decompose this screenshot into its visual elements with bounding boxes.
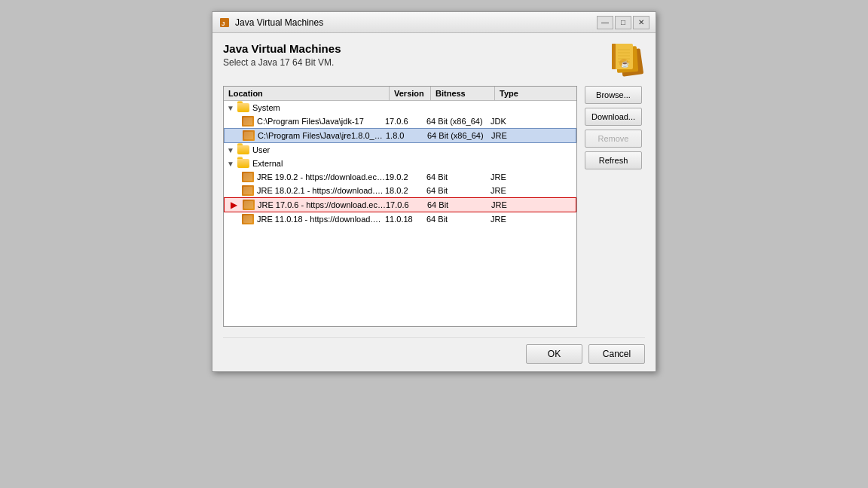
- main-content: Location Version Bitness Type ▼ System: [223, 86, 645, 327]
- title-bar: J Java Virtual Machines — □ ✕: [212, 12, 656, 33]
- external-toggle[interactable]: ▼: [227, 160, 237, 168]
- item-version: 1.8.0: [386, 131, 427, 140]
- item-type: JRE: [491, 200, 525, 209]
- list-item[interactable]: JRE 18.0.2.1 - https://download.eclipse.…: [224, 184, 576, 197]
- item-bitness: 64 Bit: [427, 200, 491, 209]
- item-bitness: 64 Bit (x86_64): [427, 131, 491, 140]
- dialog-header-text: Java Virtual Machines Select a Java 17 6…: [223, 42, 341, 68]
- item-type: JRE: [491, 172, 524, 181]
- system-group-header[interactable]: ▼ System: [224, 101, 576, 114]
- dialog-header: Java Virtual Machines Select a Java 17 6…: [223, 42, 645, 78]
- jdk-icon: [242, 116, 254, 127]
- item-bitness: 64 Bit: [426, 186, 491, 195]
- item-name: C:\Program Files\Java\jdk-17: [257, 117, 385, 126]
- list-item[interactable]: JRE 11.0.18 - https://download.eclipse.o…: [224, 212, 576, 226]
- jre-icon: [242, 214, 254, 224]
- system-folder-icon: [237, 103, 249, 112]
- dialog-body: Java Virtual Machines Select a Java 17 6…: [212, 33, 656, 371]
- dialog-footer: OK Cancel: [223, 337, 645, 364]
- col-header-version: Version: [390, 87, 431, 100]
- user-toggle[interactable]: ▼: [227, 146, 237, 154]
- jre-icon: [242, 185, 254, 196]
- system-label: System: [252, 103, 280, 112]
- item-type: JDK: [491, 117, 524, 126]
- item-cells: JRE 18.0.2.1 - https://download.eclipse.…: [257, 186, 573, 195]
- java-books-icon-container: ☕: [609, 42, 645, 78]
- cancel-button[interactable]: Cancel: [588, 344, 645, 364]
- item-version: 17.0.6: [386, 200, 427, 209]
- col-header-location: Location: [224, 87, 390, 100]
- selected-arrow-icon: ▶: [231, 200, 237, 210]
- title-bar-left: J Java Virtual Machines: [219, 17, 323, 29]
- item-type: JRE: [491, 131, 525, 140]
- close-button[interactable]: ✕: [633, 16, 649, 29]
- jre-icon: [243, 200, 255, 210]
- item-cells: JRE 19.0.2 - https://download.eclipse.or…: [257, 172, 573, 181]
- list-item[interactable]: C:\Program Files\Java\jre1.8.0_361 1.8.0…: [224, 128, 576, 143]
- list-item[interactable]: C:\Program Files\Java\jdk-17 17.0.6 64 B…: [224, 114, 576, 128]
- item-name: JRE 19.0.2 - https://download.eclipse.or…: [257, 172, 385, 181]
- col-header-bitness: Bitness: [431, 87, 495, 100]
- item-cells: C:\Program Files\Java\jre1.8.0_361 1.8.0…: [258, 131, 573, 140]
- dialog-subtitle: Select a Java 17 64 Bit VM.: [223, 57, 341, 68]
- action-button-panel: Browse... Download... Remove Refresh: [585, 86, 645, 327]
- jvm-dialog: J Java Virtual Machines — □ ✕ Java Virtu…: [212, 11, 656, 372]
- svg-text:J: J: [222, 20, 225, 27]
- external-folder-icon: [237, 159, 249, 168]
- java-title-icon: J: [219, 17, 231, 29]
- ok-button[interactable]: OK: [526, 344, 582, 364]
- system-toggle[interactable]: ▼: [227, 104, 237, 112]
- item-name: JRE 18.0.2.1 - https://download.eclipse.…: [257, 186, 385, 195]
- svg-rect-5: [612, 44, 616, 69]
- jvm-list-panel[interactable]: Location Version Bitness Type ▼ System: [223, 86, 577, 327]
- refresh-button[interactable]: Refresh: [585, 151, 642, 169]
- item-name: JRE 11.0.18 - https://download.eclipse.o…: [257, 215, 385, 224]
- item-cells: JRE 11.0.18 - https://download.eclipse.o…: [257, 215, 573, 224]
- item-version: 17.0.6: [385, 117, 426, 126]
- external-group: ▼ External JRE 19.0.2 - https://download…: [224, 157, 576, 226]
- item-version: 19.0.2: [385, 172, 426, 181]
- jre-icon: [243, 130, 255, 141]
- remove-button[interactable]: Remove: [585, 130, 642, 148]
- minimize-button[interactable]: —: [597, 16, 613, 29]
- list-item[interactable]: ▶ JRE 17.0.6 - https://download.eclipse.…: [224, 197, 576, 212]
- java-books-icon: ☕: [609, 42, 646, 78]
- system-group: ▼ System C:\Program Files\Java\jdk-17 17…: [224, 101, 576, 143]
- item-bitness: 64 Bit: [426, 215, 491, 224]
- dialog-heading: Java Virtual Machines: [223, 42, 341, 55]
- item-bitness: 64 Bit (x86_64): [426, 117, 491, 126]
- user-group: ▼ User: [224, 143, 576, 157]
- item-type: JRE: [491, 186, 524, 195]
- svg-text:☕: ☕: [621, 59, 630, 69]
- list-header: Location Version Bitness Type: [224, 87, 576, 101]
- item-bitness: 64 Bit: [426, 172, 491, 181]
- user-group-header[interactable]: ▼ User: [224, 143, 576, 157]
- user-label: User: [252, 145, 270, 154]
- item-name: C:\Program Files\Java\jre1.8.0_361: [258, 131, 386, 140]
- user-folder-icon: [237, 145, 249, 154]
- item-name: JRE 17.0.6 - https://download.eclipse.or…: [258, 200, 386, 209]
- item-cells: JRE 17.0.6 - https://download.eclipse.or…: [258, 200, 573, 209]
- title-bar-buttons: — □ ✕: [597, 16, 649, 29]
- item-version: 11.0.18: [385, 215, 426, 224]
- browse-button[interactable]: Browse...: [585, 86, 642, 104]
- item-type: JRE: [491, 215, 524, 224]
- item-version: 18.0.2: [385, 186, 426, 195]
- download-button[interactable]: Download...: [585, 108, 642, 126]
- window-title: Java Virtual Machines: [235, 17, 323, 28]
- col-header-type: Type: [495, 87, 529, 100]
- external-label: External: [252, 159, 283, 168]
- list-item[interactable]: JRE 19.0.2 - https://download.eclipse.or…: [224, 170, 576, 184]
- item-cells: C:\Program Files\Java\jdk-17 17.0.6 64 B…: [257, 117, 573, 126]
- maximize-button[interactable]: □: [615, 16, 631, 29]
- external-group-header[interactable]: ▼ External: [224, 157, 576, 170]
- jre-icon: [242, 172, 254, 182]
